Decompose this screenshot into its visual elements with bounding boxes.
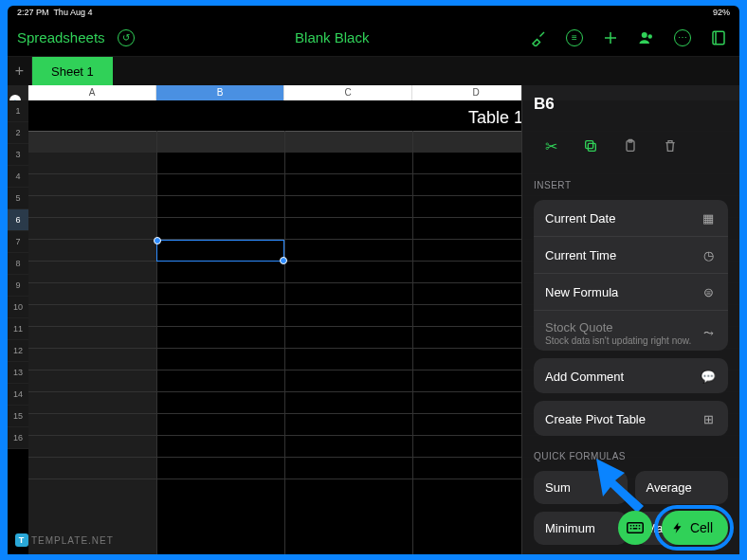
row-header[interactable]: 4 <box>8 166 28 188</box>
clock-icon: ◷ <box>700 246 717 263</box>
create-pivot-table[interactable]: Create Pivot Table ⊞ <box>534 401 728 436</box>
sheet-tab-strip: + Sheet 1 <box>8 57 739 85</box>
row-header[interactable]: 9 <box>8 275 28 297</box>
row-headers: 1 2 3 4 5 6 7 8 9 10 11 12 13 14 15 16 <box>8 100 28 554</box>
lightning-icon <box>671 521 684 534</box>
cell-reference-label: B6 <box>534 95 555 114</box>
row-header[interactable]: 8 <box>8 253 28 275</box>
pivot-icon: ⊞ <box>700 410 717 427</box>
insert-section-label: INSERT <box>534 180 728 190</box>
status-date: Thu Aug 4 <box>53 8 92 17</box>
paintbrush-icon[interactable] <box>527 27 550 49</box>
formula-sum[interactable]: Sum <box>534 471 628 504</box>
row-header[interactable]: 13 <box>8 362 28 384</box>
undo-icon[interactable]: ↺ <box>115 27 137 49</box>
spreadsheet-area: ◦ A B C D 1 2 3 4 5 6 7 8 9 10 11 12 13 … <box>8 85 739 554</box>
row-header[interactable]: 7 <box>8 231 28 253</box>
svg-rect-2 <box>713 31 724 45</box>
row-header[interactable]: 1 <box>8 100 28 122</box>
status-time: 2:27 PM <box>17 8 49 17</box>
row-header[interactable]: 15 <box>8 406 28 427</box>
svg-point-0 <box>642 32 647 38</box>
quick-formulas-label: QUICK FORMULAS <box>534 451 728 461</box>
pivot-list: Create Pivot Table ⊞ <box>534 401 728 436</box>
stock-quote-subtext: Stock data isn't updating right now. <box>545 335 691 346</box>
row-header[interactable]: 6 <box>8 209 28 231</box>
row-header[interactable]: 12 <box>8 340 28 362</box>
row-header[interactable]: 14 <box>8 384 28 406</box>
document-title[interactable]: Blank Black <box>147 29 518 45</box>
svg-rect-3 <box>588 143 595 151</box>
equals-icon: ⊜ <box>700 283 717 300</box>
stock-chart-icon: ⤳ <box>700 325 717 342</box>
row-header[interactable]: 5 <box>8 188 28 209</box>
row-header[interactable]: 11 <box>8 318 28 340</box>
calendar-icon: ▦ <box>700 209 717 226</box>
col-header-b[interactable]: B <box>156 85 284 100</box>
formula-average[interactable]: Average <box>635 471 729 504</box>
add-comment[interactable]: Add Comment 💬 <box>534 358 728 393</box>
col-header-a[interactable]: A <box>28 85 156 100</box>
row-header[interactable]: 3 <box>8 144 28 166</box>
formula-minimum[interactable]: Minimum <box>534 512 628 545</box>
collab-icon[interactable] <box>635 27 658 49</box>
comment-list: Add Comment 💬 <box>534 358 728 393</box>
comment-icon: 💬 <box>700 368 717 385</box>
row-header[interactable]: 2 <box>8 122 28 144</box>
add-sheet-button[interactable]: + <box>8 57 32 85</box>
paste-icon[interactable] <box>617 133 644 159</box>
svg-point-1 <box>648 34 653 39</box>
insert-stock-quote[interactable]: Stock Quote Stock data isn't updating ri… <box>534 310 728 351</box>
delete-icon[interactable] <box>657 133 683 159</box>
more-icon[interactable]: ⋯ <box>671 27 694 49</box>
insert-new-formula[interactable]: New Formula ⊜ <box>534 273 728 310</box>
cell-button-label: Cell <box>690 520 713 535</box>
row-header[interactable]: 16 <box>8 427 28 449</box>
insert-current-date[interactable]: Current Date ▦ <box>534 200 728 236</box>
insert-current-time[interactable]: Current Time ◷ <box>534 236 728 273</box>
col-header-c[interactable]: C <box>284 85 412 100</box>
svg-rect-4 <box>586 141 593 149</box>
back-to-spreadsheets[interactable]: Spreadsheets <box>17 29 105 45</box>
organize-icon[interactable]: ≡ <box>563 27 586 49</box>
sheet-tab-1[interactable]: Sheet 1 <box>32 57 113 85</box>
cell-button[interactable]: Cell <box>662 511 728 545</box>
cut-icon[interactable]: ✂ <box>537 133 564 159</box>
keyboard-icon <box>627 522 644 533</box>
app-toolbar: Spreadsheets ↺ Blank Black ≡ ⋯ <box>8 19 739 57</box>
row-header[interactable]: 10 <box>8 297 28 318</box>
status-battery: 92% <box>713 8 730 17</box>
keyboard-button[interactable] <box>618 511 652 545</box>
watermark: T TEMPLATE.NET <box>15 533 114 547</box>
add-icon[interactable] <box>599 27 622 49</box>
table-name[interactable]: Table 1 <box>468 108 523 128</box>
cell-action-panel: B6 ✂ INSERT Current Date ▦ Current Time … <box>521 85 739 554</box>
insert-icon[interactable] <box>707 27 730 49</box>
selected-cell-b6[interactable] <box>156 240 284 262</box>
selection-handle-icon[interactable] <box>154 237 161 244</box>
selection-handle-icon[interactable] <box>280 257 287 264</box>
insert-list: Current Date ▦ Current Time ◷ New Formul… <box>534 200 728 351</box>
copy-icon[interactable] <box>577 133 604 159</box>
watermark-logo-icon: T <box>15 533 28 547</box>
